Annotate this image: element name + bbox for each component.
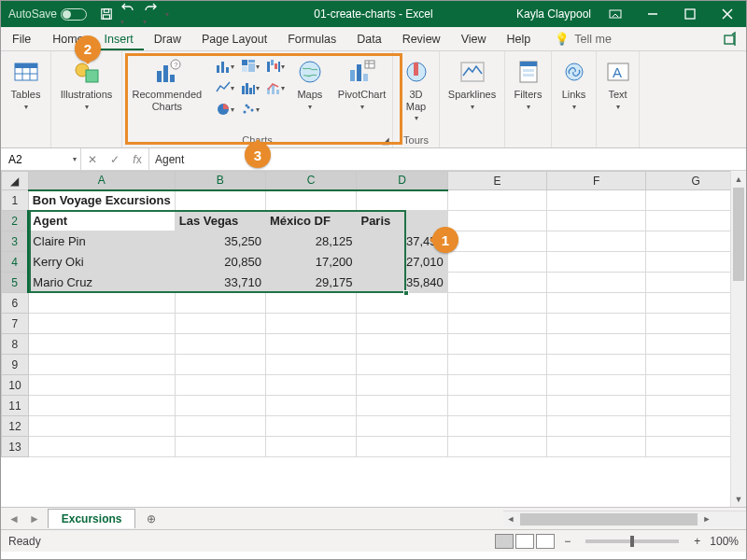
horizontal-scrollbar[interactable]: ◄ ► bbox=[503, 511, 746, 526]
cell[interactable] bbox=[447, 190, 546, 211]
cell[interactable] bbox=[447, 396, 546, 416]
zoom-out-button[interactable]: − bbox=[564, 535, 571, 548]
tab-help[interactable]: Help bbox=[497, 28, 542, 50]
pivotchart-button[interactable]: PivotChart▾ bbox=[334, 55, 389, 111]
cell[interactable]: 33,710 bbox=[175, 273, 265, 293]
cell[interactable] bbox=[265, 396, 357, 416]
cell[interactable] bbox=[447, 211, 546, 231]
hierarchy-chart-button[interactable]: ▾ bbox=[240, 57, 261, 76]
row-header[interactable]: 9 bbox=[2, 355, 29, 375]
cell[interactable] bbox=[265, 334, 357, 355]
qat-customize-icon[interactable]: ▾ bbox=[165, 10, 169, 19]
cell[interactable] bbox=[547, 334, 646, 355]
cell[interactable] bbox=[175, 334, 265, 355]
tab-insert[interactable]: Insert bbox=[94, 28, 144, 50]
cell[interactable] bbox=[547, 293, 646, 314]
close-icon[interactable] bbox=[709, 1, 746, 27]
tab-page-layout[interactable]: Page Layout bbox=[191, 28, 277, 50]
cell[interactable] bbox=[265, 190, 357, 211]
row-header[interactable]: 13 bbox=[2, 437, 29, 457]
cell[interactable] bbox=[28, 416, 175, 437]
cell[interactable] bbox=[547, 273, 646, 293]
cell[interactable] bbox=[547, 314, 646, 334]
name-box[interactable]: A2 ▾ bbox=[1, 148, 81, 170]
col-header[interactable]: D bbox=[357, 172, 447, 190]
cell[interactable] bbox=[265, 416, 357, 437]
select-all-corner[interactable]: ◢ bbox=[2, 172, 29, 190]
cell[interactable] bbox=[28, 355, 175, 375]
combo-chart-button[interactable]: ▾ bbox=[265, 78, 286, 97]
pie-chart-button[interactable]: ▾ bbox=[215, 100, 235, 119]
tab-file[interactable]: File bbox=[1, 28, 42, 50]
cell[interactable]: 27,010 bbox=[357, 252, 447, 273]
zoom-in-button[interactable]: + bbox=[694, 535, 700, 548]
cell[interactable] bbox=[28, 334, 175, 355]
scroll-left-icon[interactable]: ◄ bbox=[503, 511, 518, 526]
cell[interactable]: México DF bbox=[265, 211, 357, 231]
col-header[interactable]: C bbox=[265, 172, 357, 190]
cell[interactable] bbox=[28, 375, 175, 396]
cell[interactable] bbox=[547, 355, 646, 375]
cell[interactable] bbox=[265, 355, 357, 375]
row-header[interactable]: 4 bbox=[2, 252, 29, 273]
cell[interactable] bbox=[357, 293, 447, 314]
tell-me-search[interactable]: 💡 Tell me bbox=[544, 27, 622, 50]
fx-icon[interactable]: fx bbox=[126, 153, 148, 166]
view-switcher[interactable] bbox=[495, 534, 555, 549]
page-layout-view-icon[interactable] bbox=[515, 534, 534, 549]
cell[interactable]: Bon Voyage Excursions bbox=[28, 190, 175, 211]
row-header[interactable]: 8 bbox=[2, 334, 29, 355]
row-header[interactable]: 10 bbox=[2, 375, 29, 396]
add-sheet-button[interactable]: ⊕ bbox=[141, 509, 162, 529]
cell[interactable] bbox=[547, 375, 646, 396]
filters-button[interactable]: Filters▾ bbox=[510, 55, 547, 111]
maps-button[interactable]: Maps▾ bbox=[291, 55, 329, 111]
cell[interactable]: 35,250 bbox=[175, 231, 265, 252]
row-header[interactable]: 2 bbox=[2, 211, 29, 231]
cell[interactable] bbox=[357, 375, 447, 396]
autosave-toggle[interactable]: AutoSave bbox=[1, 7, 92, 21]
cancel-formula-icon[interactable]: ✕ bbox=[81, 153, 104, 166]
cell[interactable] bbox=[175, 416, 265, 437]
cell[interactable] bbox=[547, 416, 646, 437]
scroll-down-icon[interactable]: ▼ bbox=[731, 491, 746, 507]
cell[interactable] bbox=[175, 396, 265, 416]
cell[interactable] bbox=[357, 334, 447, 355]
formula-input[interactable]: Agent bbox=[149, 148, 746, 170]
cell[interactable] bbox=[447, 314, 546, 334]
cell[interactable] bbox=[265, 437, 357, 457]
user-name[interactable]: Kayla Claypool bbox=[511, 7, 597, 21]
cell[interactable]: 17,200 bbox=[265, 252, 357, 273]
row-header[interactable]: 7 bbox=[2, 314, 29, 334]
cell[interactable] bbox=[547, 190, 646, 211]
cell[interactable] bbox=[175, 375, 265, 396]
cell[interactable] bbox=[447, 416, 546, 437]
cell[interactable] bbox=[28, 396, 175, 416]
tables-button[interactable]: Tables▾ bbox=[7, 55, 45, 111]
3d-map-button[interactable]: 3D Map▾ bbox=[398, 55, 435, 122]
cell[interactable] bbox=[547, 211, 646, 231]
tab-formulas[interactable]: Formulas bbox=[277, 28, 346, 50]
cell[interactable] bbox=[547, 231, 646, 252]
links-button[interactable]: Links▾ bbox=[556, 55, 593, 111]
cell[interactable]: Paris bbox=[357, 211, 447, 231]
cell[interactable] bbox=[547, 252, 646, 273]
row-header[interactable]: 1 bbox=[2, 190, 29, 211]
scroll-thumb[interactable] bbox=[733, 188, 744, 281]
statistic-chart-button[interactable]: ▾ bbox=[240, 78, 261, 97]
cell[interactable] bbox=[357, 396, 447, 416]
cell[interactable] bbox=[447, 355, 546, 375]
scroll-right-icon[interactable]: ► bbox=[699, 511, 714, 526]
cell[interactable]: Las Vegas bbox=[175, 211, 265, 231]
cell[interactable] bbox=[447, 375, 546, 396]
zoom-slider[interactable] bbox=[585, 539, 679, 543]
worksheet-grid[interactable]: ◢ A B C D E F G 1 Bon Voyage Excursions … bbox=[1, 171, 746, 507]
sheet-nav[interactable]: ◄ ► bbox=[1, 512, 48, 525]
tab-review[interactable]: Review bbox=[392, 28, 451, 50]
cell[interactable]: Mario Cruz bbox=[28, 273, 175, 293]
cell[interactable] bbox=[447, 334, 546, 355]
col-header[interactable]: F bbox=[547, 172, 646, 190]
zoom-level[interactable]: 100% bbox=[710, 535, 739, 548]
cell[interactable] bbox=[175, 293, 265, 314]
cell[interactable] bbox=[28, 314, 175, 334]
